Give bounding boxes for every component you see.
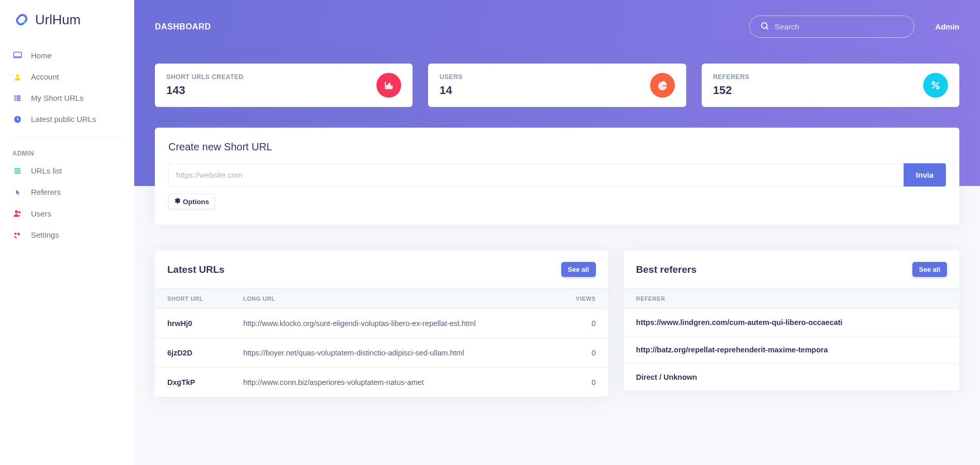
- clock-icon: [12, 115, 23, 123]
- stat-card-short-urls: SHORT URLS CREATED 143: [155, 64, 413, 107]
- col-long: LONG URL: [231, 289, 552, 309]
- monitor-icon: [12, 51, 23, 60]
- svg-line-24: [932, 82, 939, 88]
- referers-table: REFERER: [624, 288, 959, 309]
- svg-point-15: [762, 23, 767, 28]
- stats-row: SHORT URLS CREATED 143 USERS 14: [155, 64, 959, 107]
- svg-line-16: [766, 27, 768, 29]
- stat-label: SHORT URLS CREATED: [166, 73, 244, 81]
- user-icon: [12, 73, 23, 81]
- gear-icon: [174, 197, 181, 206]
- col-referer: REFERER: [624, 289, 959, 309]
- views: 0: [552, 338, 608, 368]
- percent-icon: [923, 73, 948, 98]
- sidebar-item-label: Home: [31, 51, 52, 60]
- sidebar-item-label: Account: [31, 72, 59, 81]
- stat-label: REFERERS: [713, 73, 749, 81]
- sidebar-item-label: URLs list: [31, 166, 62, 175]
- views: 0: [552, 309, 608, 338]
- svg-rect-5: [14, 97, 16, 99]
- referers-title: Best referers: [636, 264, 697, 275]
- create-title: Create new Short URL: [168, 141, 946, 153]
- short-url[interactable]: 6jzD2D: [155, 338, 231, 368]
- svg-rect-21: [391, 86, 392, 88]
- search-icon: [760, 21, 769, 32]
- svg-rect-3: [14, 95, 16, 97]
- user-menu[interactable]: Admin: [935, 22, 959, 31]
- svg-rect-8: [17, 99, 21, 101]
- table-row: hrwHj0 http://www.klocko.org/sunt-eligen…: [155, 309, 608, 338]
- stat-label: USERS: [439, 73, 463, 81]
- short-url[interactable]: DxgTkP: [155, 368, 231, 397]
- referer-row[interactable]: https://www.lindgren.com/cum-autem-qui-l…: [624, 309, 959, 336]
- sidebar-item-label: My Short URLs: [31, 94, 84, 102]
- sidebar-item-my-short-urls[interactable]: My Short URLs: [12, 87, 122, 109]
- svg-point-23: [937, 86, 939, 89]
- create-url-panel: Create new Short URL Invia Options: [155, 128, 959, 225]
- sidebar-item-settings[interactable]: Settings: [12, 224, 122, 245]
- main: DASHBOARD Admin SHORT URLS CREATED: [134, 0, 980, 465]
- options-button[interactable]: Options: [168, 194, 215, 209]
- views: 0: [552, 368, 608, 397]
- long-url[interactable]: https://boyer.net/quas-voluptatem-distin…: [231, 338, 552, 368]
- pie-icon: [650, 73, 675, 98]
- see-all-button[interactable]: See all: [912, 262, 947, 277]
- svg-point-14: [19, 211, 21, 214]
- svg-rect-19: [387, 85, 388, 88]
- list-icon: [12, 94, 23, 102]
- long-url[interactable]: http://www.klocko.org/sunt-eligendi-volu…: [231, 309, 552, 338]
- col-short: SHORT URL: [155, 289, 231, 309]
- sidebar-item-label: Users: [31, 209, 51, 218]
- pointer-icon: [12, 188, 23, 196]
- sidebar-item-label: Settings: [31, 230, 59, 239]
- options-label: Options: [183, 198, 209, 206]
- latest-title: Latest URLs: [167, 264, 225, 275]
- menu-icon: [12, 167, 23, 175]
- stat-card-users: USERS 14: [428, 64, 686, 107]
- url-input[interactable]: [168, 163, 904, 187]
- page-title: DASHBOARD: [155, 22, 211, 32]
- referer-row[interactable]: Direct / Unknown: [624, 364, 959, 391]
- brand-name: UrlHum: [35, 12, 81, 28]
- stat-value: 143: [166, 84, 244, 97]
- svg-rect-7: [14, 99, 16, 101]
- sidebar-item-referers[interactable]: Referers: [12, 181, 122, 203]
- logo-icon: [12, 10, 31, 29]
- sidebar-item-account[interactable]: Account: [12, 66, 122, 87]
- sidebar-item-label: Latest public URLs: [31, 115, 96, 123]
- table-row: DxgTkP http://www.conn.biz/asperiores-vo…: [155, 368, 608, 397]
- sidebar-item-latest-public-urls[interactable]: Latest public URLs: [12, 109, 122, 130]
- svg-rect-20: [389, 84, 390, 88]
- submit-button[interactable]: Invia: [904, 163, 946, 187]
- svg-point-22: [932, 82, 935, 84]
- search-field[interactable]: [749, 16, 914, 38]
- search-input[interactable]: [774, 22, 904, 31]
- sidebar-item-users[interactable]: Users: [12, 203, 122, 224]
- col-views: VIEWS: [552, 289, 608, 309]
- svg-point-13: [15, 210, 18, 213]
- latest-urls-card: Latest URLs See all SHORT URL LONG URL V…: [155, 251, 608, 397]
- long-url[interactable]: http://www.conn.biz/asperiores-voluptate…: [231, 368, 552, 397]
- referer-row[interactable]: http://batz.org/repellat-reprehenderit-m…: [624, 336, 959, 364]
- sidebar-item-urls-list[interactable]: URLs list: [12, 160, 122, 181]
- sidebar-item-home[interactable]: Home: [12, 44, 122, 66]
- latest-urls-table: SHORT URL LONG URL VIEWS hrwHj0 http://w…: [155, 288, 608, 397]
- svg-point-2: [16, 74, 19, 76]
- svg-rect-4: [17, 95, 21, 97]
- users-icon: [12, 209, 23, 218]
- svg-rect-6: [17, 97, 21, 99]
- table-row: 6jzD2D https://boyer.net/quas-voluptatem…: [155, 338, 608, 368]
- stat-card-referers: REFERERS 152: [702, 64, 959, 107]
- best-referers-card: Best referers See all REFERER https://ww…: [624, 251, 959, 391]
- short-url[interactable]: hrwHj0: [155, 309, 231, 338]
- see-all-button[interactable]: See all: [561, 262, 596, 277]
- tools-icon: [12, 231, 23, 239]
- divider: [12, 137, 122, 137]
- stat-value: 14: [439, 84, 463, 97]
- stat-value: 152: [713, 84, 749, 97]
- logo[interactable]: UrlHum: [12, 10, 122, 29]
- sidebar: UrlHum Home Account My Short URLs Latest…: [0, 0, 134, 465]
- admin-heading: ADMIN: [12, 145, 122, 160]
- topbar: DASHBOARD Admin: [155, 0, 959, 38]
- chart-icon: [376, 73, 401, 98]
